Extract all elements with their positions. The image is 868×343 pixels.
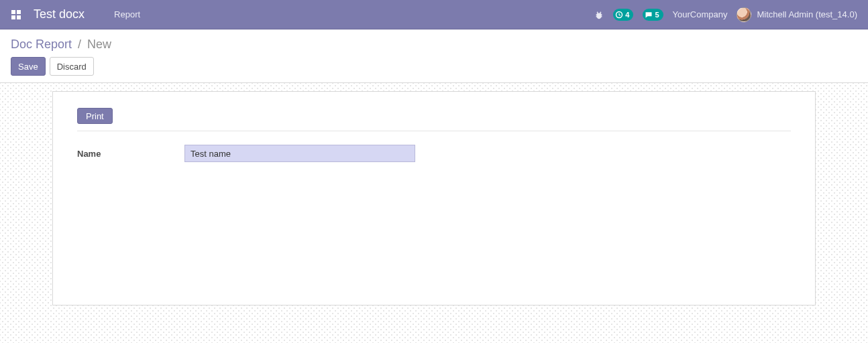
menu-report[interactable]: Report bbox=[114, 9, 140, 19]
company-name[interactable]: YourCompany bbox=[673, 9, 728, 19]
breadcrumb-parent[interactable]: Doc Report bbox=[11, 38, 72, 51]
user-name-label: Mitchell Admin (test_14.0) bbox=[757, 9, 857, 19]
messages-pill[interactable]: 5 bbox=[643, 9, 663, 21]
top-navbar: Test docx Report 4 5 YourCompany bbox=[0, 0, 868, 29]
user-menu[interactable]: Mitchell Admin (test_14.0) bbox=[737, 7, 857, 22]
breadcrumb-sep: / bbox=[78, 38, 81, 51]
activities-count: 4 bbox=[625, 11, 629, 19]
svg-rect-2 bbox=[11, 15, 15, 19]
app-brand[interactable]: Test docx bbox=[34, 7, 85, 21]
chat-icon bbox=[645, 11, 653, 19]
svg-rect-1 bbox=[17, 10, 21, 14]
clock-icon bbox=[615, 11, 623, 19]
activities-pill[interactable]: 4 bbox=[613, 9, 633, 21]
breadcrumb: Doc Report / New bbox=[11, 38, 857, 52]
save-button[interactable]: Save bbox=[11, 57, 46, 76]
avatar bbox=[737, 7, 751, 22]
discard-button[interactable]: Discard bbox=[50, 57, 94, 76]
control-panel: Doc Report / New Save Discard bbox=[0, 29, 868, 83]
field-row-name: Name bbox=[77, 145, 791, 162]
form-view-body: Print Name bbox=[0, 83, 868, 343]
svg-rect-0 bbox=[11, 10, 15, 14]
navbar-right: 4 5 YourCompany Mitchell Admin (test_14.… bbox=[594, 7, 857, 22]
form-button-box: Print bbox=[77, 108, 791, 131]
name-field[interactable] bbox=[184, 145, 415, 162]
apps-icon[interactable] bbox=[11, 9, 21, 20]
svg-rect-3 bbox=[17, 15, 21, 19]
bug-icon[interactable] bbox=[594, 10, 604, 19]
breadcrumb-current: New bbox=[87, 38, 111, 51]
print-button[interactable]: Print bbox=[77, 108, 113, 124]
messages-count: 5 bbox=[655, 11, 659, 19]
control-buttons: Save Discard bbox=[11, 57, 857, 76]
name-label: Name bbox=[77, 149, 171, 159]
form-sheet: Print Name bbox=[52, 91, 816, 305]
